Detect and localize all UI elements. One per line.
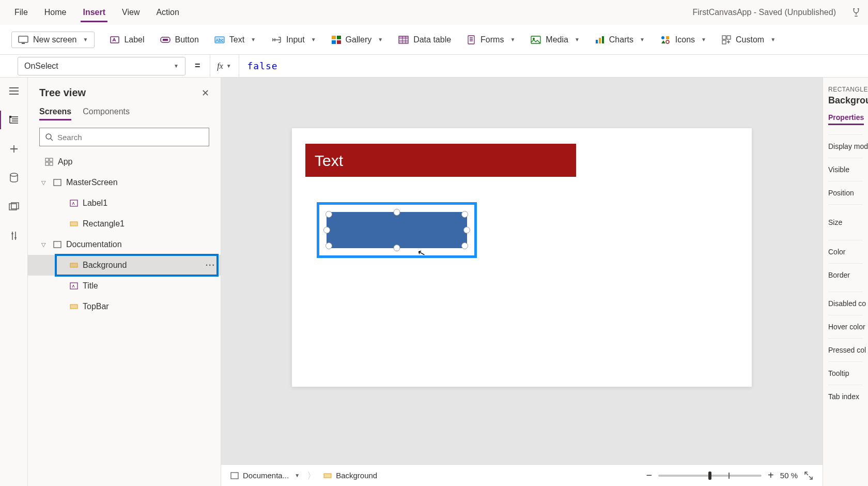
equals-sign: =	[192, 60, 204, 71]
svg-rect-30	[45, 158, 49, 161]
canvas-stage[interactable]: Text ↖	[221, 78, 823, 464]
screen-icon	[18, 36, 28, 44]
hamburger-icon[interactable]	[7, 84, 21, 98]
canvas-background-rect[interactable]	[327, 212, 467, 248]
prop-border[interactable]: Border	[828, 263, 863, 286]
tree-node-documentation[interactable]: ▽ Documentation	[28, 234, 221, 255]
gallery-label: Gallery	[346, 35, 372, 44]
icons-button[interactable]: Icons ▼	[660, 35, 706, 44]
charts-button[interactable]: Charts ▼	[595, 35, 645, 44]
control-name[interactable]: Backgroun	[828, 95, 863, 106]
app-label: App	[58, 157, 72, 166]
resize-handle-tl[interactable]	[326, 211, 332, 218]
property-selector[interactable]: OnSelect ▼	[18, 57, 185, 75]
more-icon[interactable]: ···	[206, 261, 215, 270]
gallery-button[interactable]: Gallery ▼	[332, 35, 383, 44]
search-field[interactable]	[57, 133, 204, 142]
prop-disabled-color[interactable]: Disabled co	[828, 292, 863, 315]
diagnostics-icon[interactable]	[850, 7, 862, 18]
resize-handle-tm[interactable]	[394, 209, 400, 216]
chevron-down-icon[interactable]: ▽	[41, 241, 49, 248]
menu-home[interactable]: Home	[36, 3, 75, 22]
fx-label[interactable]: fx ▼	[210, 55, 239, 77]
menu-action[interactable]: Action	[148, 3, 187, 22]
custom-button[interactable]: Custom ▼	[722, 35, 776, 44]
add-icon[interactable]	[7, 142, 21, 156]
data-icon[interactable]	[7, 171, 21, 185]
prop-visible[interactable]: Visible	[828, 158, 863, 181]
media-button[interactable]: Media ▼	[531, 35, 579, 44]
label-label: Label	[124, 35, 144, 44]
tree-node-rectangle1[interactable]: Rectangle1	[28, 214, 221, 234]
prop-hover-color[interactable]: Hover color	[828, 315, 863, 338]
tree-node-masterscreen[interactable]: ▽ MasterScreen	[28, 172, 221, 193]
resize-handle-bm[interactable]	[394, 245, 400, 251]
svg-point-29	[46, 134, 51, 139]
label-button[interactable]: Label	[110, 35, 144, 44]
tab-components[interactable]: Components	[83, 104, 130, 119]
text-label: Text	[229, 35, 244, 44]
chevron-down-icon[interactable]: ▼	[295, 473, 300, 478]
table-icon	[398, 36, 409, 44]
chevron-down-icon: ▼	[311, 37, 316, 42]
fullscreen-icon[interactable]	[804, 471, 813, 480]
svg-rect-36	[70, 222, 78, 226]
menu-view[interactable]: View	[114, 3, 148, 22]
selection-frame[interactable]	[317, 202, 477, 258]
new-screen-button[interactable]: New screen ▼	[11, 32, 95, 48]
tree-node-topbar[interactable]: TopBar	[28, 296, 221, 317]
svg-rect-8	[337, 36, 341, 39]
prop-display-mode[interactable]: Display mod	[828, 134, 863, 158]
media-icon	[531, 36, 541, 44]
svg-rect-9	[332, 40, 336, 44]
search-input[interactable]	[39, 128, 209, 146]
rectangle-icon	[323, 472, 332, 479]
prop-color[interactable]: Color	[828, 240, 863, 263]
chevron-down-icon[interactable]: ▽	[41, 179, 49, 186]
menu-insert[interactable]: Insert	[74, 3, 114, 22]
breadcrumb-control[interactable]: Background	[323, 471, 377, 480]
zoom-out-button[interactable]: −	[646, 469, 652, 481]
tree-title: Tree view	[39, 87, 86, 99]
resize-handle-tr[interactable]	[461, 211, 468, 218]
resize-handle-mr[interactable]	[463, 227, 470, 234]
svg-text:Abc: Abc	[215, 38, 224, 43]
svg-rect-41	[231, 473, 238, 479]
input-button[interactable]: Input ▼	[271, 35, 316, 44]
tree-view-icon[interactable]	[7, 113, 21, 127]
breadcrumb-screen[interactable]: Documenta... ▼	[230, 471, 300, 480]
resize-handle-ml[interactable]	[323, 227, 330, 234]
prop-tab-index[interactable]: Tab index	[828, 385, 863, 408]
button-button[interactable]: Button	[160, 35, 199, 44]
canvas-topbar[interactable]: Text	[305, 144, 576, 177]
tree-node-label1[interactable]: Label1	[28, 193, 221, 214]
tools-icon[interactable]	[7, 229, 21, 243]
tree-node-app[interactable]: App	[28, 151, 221, 172]
tab-screens[interactable]: Screens	[39, 104, 71, 119]
artboard[interactable]: Text ↖	[292, 128, 752, 387]
tree-node-title[interactable]: Title	[28, 276, 221, 296]
prop-pressed-color[interactable]: Pressed col	[828, 338, 863, 361]
data-table-button[interactable]: Data table	[398, 35, 451, 44]
svg-rect-4	[163, 39, 168, 41]
forms-icon	[467, 35, 476, 44]
prop-size[interactable]: Size	[828, 204, 863, 240]
tree-list: App ▽ MasterScreen Label1 Rectangle1 ▽ D…	[28, 151, 221, 486]
close-icon[interactable]: ✕	[202, 87, 209, 99]
svg-rect-34	[54, 179, 61, 186]
formula-input[interactable]: false	[239, 60, 868, 71]
tab-properties[interactable]: Properties	[828, 113, 864, 125]
resize-handle-bl[interactable]	[326, 242, 332, 249]
menu-items: File Home Insert View Action	[6, 3, 188, 22]
media-rail-icon[interactable]	[7, 200, 21, 214]
prop-tooltip[interactable]: Tooltip	[828, 361, 863, 385]
forms-button[interactable]: Forms ▼	[467, 35, 515, 44]
zoom-slider[interactable]	[658, 475, 762, 477]
text-button[interactable]: Abc Text ▼	[214, 35, 256, 44]
zoom-in-button[interactable]: +	[768, 469, 774, 481]
prop-position[interactable]: Position	[828, 181, 863, 204]
menu-file[interactable]: File	[6, 3, 36, 22]
resize-handle-br[interactable]	[461, 242, 468, 249]
zoom-thumb[interactable]	[708, 472, 711, 480]
tree-node-background[interactable]: Background ···	[28, 255, 221, 276]
